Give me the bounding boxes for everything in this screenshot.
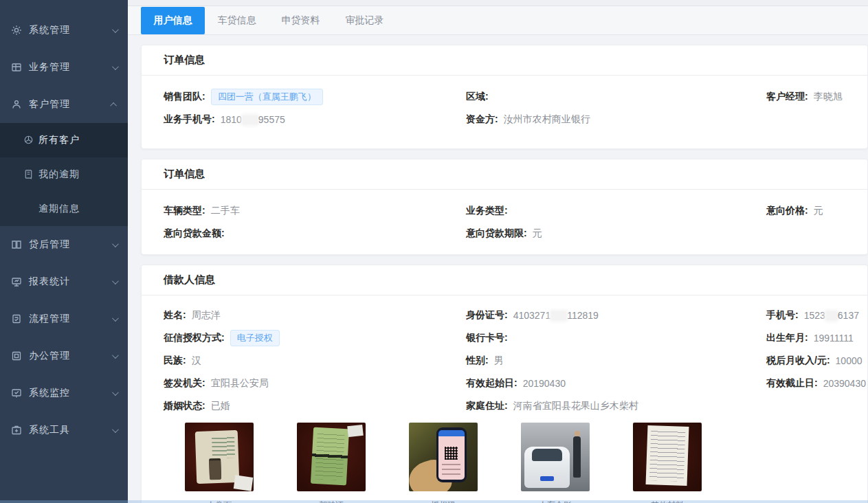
toolbox-icon <box>11 425 22 436</box>
sidebar-item-label: 报表统计 <box>29 276 112 288</box>
redaction-blur <box>551 311 566 320</box>
sidebar-item-label: 系统监控 <box>29 387 112 399</box>
sidebar-item-system-tools[interactable]: 系统工具 <box>0 412 128 449</box>
sidebar-subitem-label: 我的逾期 <box>38 168 128 181</box>
card-title: 订单信息 <box>142 159 867 190</box>
sidebar-item-postloan-management[interactable]: 贷后管理 <box>0 226 128 263</box>
person-with-car-photo[interactable] <box>521 423 590 491</box>
sidebar-item-customer-management[interactable]: 客户管理 <box>0 86 128 123</box>
sidebar-subitem-overdue-info[interactable]: 逾期信息 <box>0 192 128 226</box>
document-check-icon <box>11 313 22 324</box>
chevron-down-icon <box>112 389 119 396</box>
chevron-down-icon <box>112 352 119 359</box>
sidebar: 系统管理 业务管理 客户管理 所有客户 <box>0 0 128 503</box>
sidebar-item-label: 业务管理 <box>29 61 112 74</box>
sidebar-subitem-label: 逾期信息 <box>38 203 128 215</box>
field-loan-term: 意向贷款期限: 元 <box>466 227 766 240</box>
sidebar-item-process-management[interactable]: 流程管理 <box>0 300 128 337</box>
card-title: 借款人信息 <box>142 265 867 295</box>
credit-auth-tag[interactable]: 电子授权 <box>230 330 280 346</box>
document-photo-row: 人像面 驾驶证 授权码 <box>185 423 867 503</box>
sidebar-item-business-management[interactable]: 业务管理 <box>0 49 128 86</box>
open-book-icon <box>11 239 22 250</box>
notebook-icon <box>23 169 34 180</box>
chevron-down-icon <box>112 26 119 33</box>
field-business-phone: 业务手机号: 181095575 <box>164 113 466 126</box>
tab-approval-records[interactable]: 审批记录 <box>333 7 397 34</box>
sidebar-item-label: 系统管理 <box>29 24 112 36</box>
sidebar-item-system-monitoring[interactable]: 系统监控 <box>0 375 128 412</box>
sidebar-item-label: 流程管理 <box>29 313 112 325</box>
chevron-down-icon <box>112 426 119 433</box>
field-business-type: 业务类型: <box>466 205 766 217</box>
field-birth-date: 出生年月: 19911111 <box>766 332 867 344</box>
chevron-down-icon <box>112 241 119 247</box>
redaction-blur <box>826 311 837 320</box>
tab-car-loan-info[interactable]: 车贷信息 <box>205 7 269 34</box>
sidebar-subitem-all-customers[interactable]: 所有客户 <box>0 123 128 157</box>
field-sales-team: 销售团队: 四团一营（直属王鹏飞） <box>164 89 466 105</box>
field-name: 姓名: 周志洋 <box>164 309 466 322</box>
field-monthly-income: 税后月收入/元: 10000 <box>766 355 867 367</box>
gear-icon <box>11 25 22 36</box>
sidebar-item-office-management[interactable]: 办公管理 <box>0 337 128 375</box>
field-valid-to: 有效截止日: 20390430 <box>766 377 867 390</box>
app-window: 系统管理 业务管理 客户管理 所有客户 <box>0 0 868 503</box>
field-account-manager: 客户经理: 李晓旭 <box>766 91 867 103</box>
field-credit-auth-method: 征信授权方式: 电子授权 <box>164 330 466 346</box>
sidebar-subitem-my-overdue[interactable]: 我的逾期 <box>0 157 128 192</box>
header-strip <box>128 0 868 6</box>
monitor-icon <box>11 276 22 287</box>
tab-bar: 用户信息 车贷信息 申贷资料 审批记录 <box>128 6 868 35</box>
handwritten-document-photo[interactable] <box>633 423 702 491</box>
field-marital-status: 婚姻状态: 已婚 <box>164 400 466 412</box>
order-info-card: 订单信息 销售团队: 四团一营（直属王鹏飞） 区域: 客户经理: 李晓旭 <box>141 45 868 149</box>
field-id-number: 身份证号: 4103271112819 <box>466 309 766 322</box>
field-vehicle-type: 车辆类型: 二手车 <box>164 205 466 217</box>
sidebar-item-label: 办公管理 <box>29 350 112 362</box>
monitor-check-icon <box>11 388 22 399</box>
card-title: 订单信息 <box>142 45 867 76</box>
customers-wheel-icon <box>23 135 34 146</box>
sidebar-item-label: 贷后管理 <box>29 238 112 251</box>
field-funder: 资金方: 汝州市农村商业银行 <box>466 113 766 126</box>
bottom-scroll-strip[interactable] <box>0 500 868 503</box>
customer-submenu: 所有客户 我的逾期 逾期信息 <box>0 123 128 226</box>
sidebar-subitem-label: 所有客户 <box>38 134 128 146</box>
field-region: 区域: <box>466 91 766 103</box>
borrower-info-card: 借款人信息 姓名: 周志洋 身份证号: 4103271112819 手机号: <box>141 265 868 503</box>
sales-team-tag[interactable]: 四团一营（直属王鹏飞） <box>211 89 323 105</box>
field-intent-price: 意向价格: 元 <box>766 205 867 217</box>
grid-icon <box>11 62 22 73</box>
field-home-address: 家庭住址: 河南省宜阳县花果山乡木柴村 <box>466 400 766 412</box>
chevron-down-icon <box>112 63 119 70</box>
sidebar-item-report-statistics[interactable]: 报表统计 <box>0 263 128 300</box>
field-loan-amount: 意向贷款金额: <box>164 227 466 240</box>
tab-user-info[interactable]: 用户信息 <box>141 7 205 34</box>
user-icon <box>11 99 22 110</box>
sidebar-item-label: 客户管理 <box>29 98 112 111</box>
field-gender: 性别: 男 <box>466 355 766 367</box>
field-bank-card: 银行卡号: <box>466 332 766 344</box>
sidebar-item-system-management[interactable]: 系统管理 <box>0 12 128 49</box>
auth-qr-code-photo[interactable] <box>409 423 478 491</box>
loan-intent-card: 订单信息 车辆类型: 二手车 业务类型: 意向价格: 元 <box>141 159 868 255</box>
sidebar-item-label: 系统工具 <box>29 424 112 436</box>
field-valid-from: 有效起始日: 20190430 <box>466 377 766 390</box>
license-booklet-photo[interactable] <box>297 423 366 491</box>
field-issuing-authority: 签发机关: 宜阳县公安局 <box>164 377 466 390</box>
redaction-blur <box>243 115 258 124</box>
chevron-down-icon <box>112 278 119 284</box>
tab-loan-application-docs[interactable]: 申贷资料 <box>269 7 333 34</box>
field-mobile-phone: 手机号: 15236137 <box>766 309 867 322</box>
main-content: 用户信息 车贷信息 申贷资料 审批记录 订单信息 销售团队: 四团一营（直属王鹏… <box>128 0 868 503</box>
nested-square-icon <box>11 350 22 361</box>
field-ethnicity: 民族: 汉 <box>164 355 466 367</box>
chevron-down-icon <box>112 315 119 322</box>
id-card-front-photo[interactable] <box>185 423 254 491</box>
